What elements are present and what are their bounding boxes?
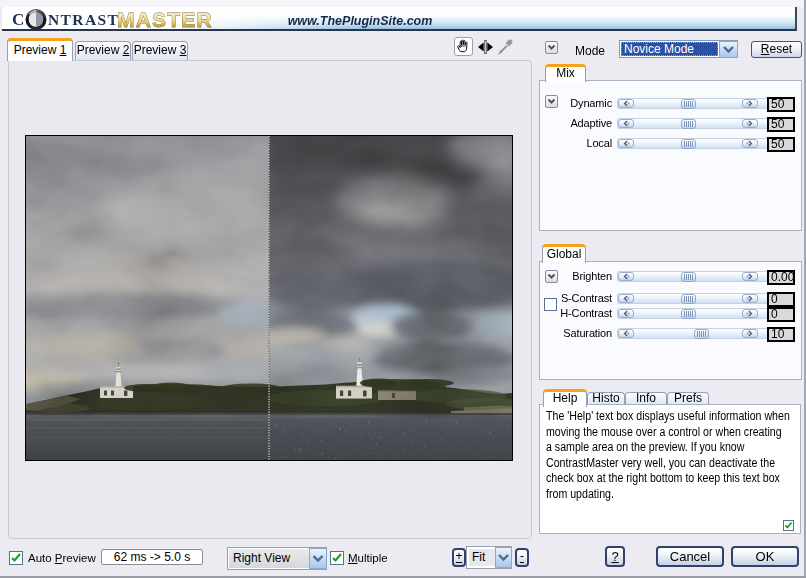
svg-text:C: C [12, 10, 24, 29]
svg-text:NTRAST: NTRAST [48, 11, 119, 28]
svg-text:MASTER: MASTER [117, 8, 213, 31]
